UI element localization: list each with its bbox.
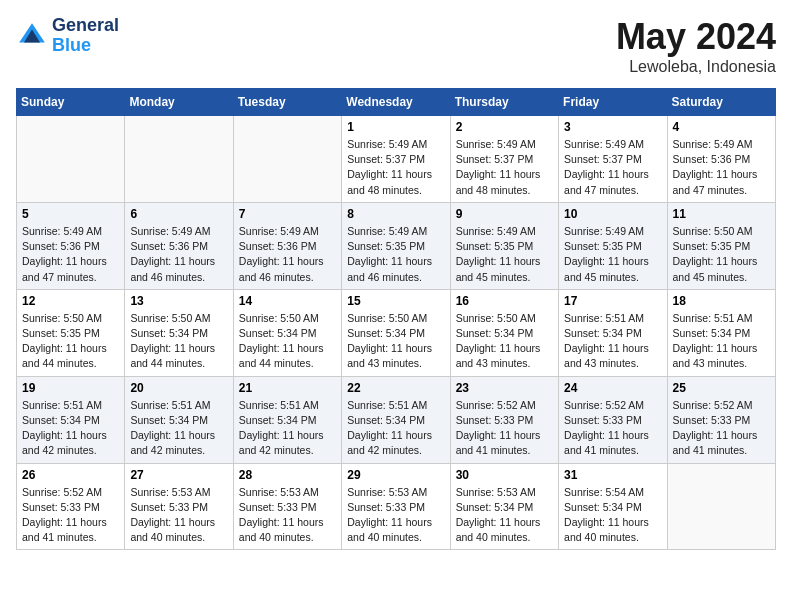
calendar-cell: 13Sunrise: 5:50 AMSunset: 5:34 PMDayligh… [125, 289, 233, 376]
day-number: 1 [347, 120, 444, 134]
calendar-cell: 9Sunrise: 5:49 AMSunset: 5:35 PMDaylight… [450, 202, 558, 289]
weekday-header-row: SundayMondayTuesdayWednesdayThursdayFrid… [17, 89, 776, 116]
day-info: Sunrise: 5:51 AMSunset: 5:34 PMDaylight:… [130, 398, 227, 459]
day-info: Sunrise: 5:51 AMSunset: 5:34 PMDaylight:… [564, 311, 661, 372]
day-info: Sunrise: 5:53 AMSunset: 5:34 PMDaylight:… [456, 485, 553, 546]
day-number: 22 [347, 381, 444, 395]
day-info: Sunrise: 5:50 AMSunset: 5:34 PMDaylight:… [130, 311, 227, 372]
day-info: Sunrise: 5:52 AMSunset: 5:33 PMDaylight:… [22, 485, 119, 546]
logo-icon [16, 20, 48, 52]
day-info: Sunrise: 5:52 AMSunset: 5:33 PMDaylight:… [564, 398, 661, 459]
day-info: Sunrise: 5:49 AMSunset: 5:36 PMDaylight:… [22, 224, 119, 285]
weekday-header: Monday [125, 89, 233, 116]
day-number: 24 [564, 381, 661, 395]
calendar-cell: 21Sunrise: 5:51 AMSunset: 5:34 PMDayligh… [233, 376, 341, 463]
day-number: 23 [456, 381, 553, 395]
calendar-cell: 31Sunrise: 5:54 AMSunset: 5:34 PMDayligh… [559, 463, 667, 550]
calendar-cell [125, 116, 233, 203]
calendar-cell: 20Sunrise: 5:51 AMSunset: 5:34 PMDayligh… [125, 376, 233, 463]
day-number: 10 [564, 207, 661, 221]
day-info: Sunrise: 5:49 AMSunset: 5:35 PMDaylight:… [456, 224, 553, 285]
day-info: Sunrise: 5:52 AMSunset: 5:33 PMDaylight:… [673, 398, 770, 459]
day-number: 3 [564, 120, 661, 134]
calendar-cell: 8Sunrise: 5:49 AMSunset: 5:35 PMDaylight… [342, 202, 450, 289]
day-info: Sunrise: 5:53 AMSunset: 5:33 PMDaylight:… [347, 485, 444, 546]
day-number: 2 [456, 120, 553, 134]
logo-text: General Blue [52, 16, 119, 56]
calendar-cell [17, 116, 125, 203]
calendar-cell: 10Sunrise: 5:49 AMSunset: 5:35 PMDayligh… [559, 202, 667, 289]
calendar-cell: 18Sunrise: 5:51 AMSunset: 5:34 PMDayligh… [667, 289, 775, 376]
day-number: 28 [239, 468, 336, 482]
calendar-cell: 30Sunrise: 5:53 AMSunset: 5:34 PMDayligh… [450, 463, 558, 550]
day-number: 18 [673, 294, 770, 308]
day-number: 14 [239, 294, 336, 308]
day-info: Sunrise: 5:51 AMSunset: 5:34 PMDaylight:… [673, 311, 770, 372]
calendar-cell: 6Sunrise: 5:49 AMSunset: 5:36 PMDaylight… [125, 202, 233, 289]
weekday-header: Thursday [450, 89, 558, 116]
day-info: Sunrise: 5:50 AMSunset: 5:35 PMDaylight:… [22, 311, 119, 372]
calendar-cell: 7Sunrise: 5:49 AMSunset: 5:36 PMDaylight… [233, 202, 341, 289]
day-info: Sunrise: 5:49 AMSunset: 5:36 PMDaylight:… [239, 224, 336, 285]
day-number: 6 [130, 207, 227, 221]
day-number: 11 [673, 207, 770, 221]
calendar-cell: 22Sunrise: 5:51 AMSunset: 5:34 PMDayligh… [342, 376, 450, 463]
day-info: Sunrise: 5:51 AMSunset: 5:34 PMDaylight:… [22, 398, 119, 459]
day-number: 30 [456, 468, 553, 482]
day-info: Sunrise: 5:50 AMSunset: 5:35 PMDaylight:… [673, 224, 770, 285]
calendar-cell [233, 116, 341, 203]
day-number: 31 [564, 468, 661, 482]
calendar-cell: 11Sunrise: 5:50 AMSunset: 5:35 PMDayligh… [667, 202, 775, 289]
day-number: 15 [347, 294, 444, 308]
weekday-header: Wednesday [342, 89, 450, 116]
calendar-cell: 17Sunrise: 5:51 AMSunset: 5:34 PMDayligh… [559, 289, 667, 376]
day-number: 25 [673, 381, 770, 395]
calendar-cell: 5Sunrise: 5:49 AMSunset: 5:36 PMDaylight… [17, 202, 125, 289]
day-info: Sunrise: 5:49 AMSunset: 5:37 PMDaylight:… [564, 137, 661, 198]
day-number: 21 [239, 381, 336, 395]
calendar-cell: 27Sunrise: 5:53 AMSunset: 5:33 PMDayligh… [125, 463, 233, 550]
calendar-week-row: 12Sunrise: 5:50 AMSunset: 5:35 PMDayligh… [17, 289, 776, 376]
day-info: Sunrise: 5:49 AMSunset: 5:37 PMDaylight:… [347, 137, 444, 198]
calendar-cell [667, 463, 775, 550]
calendar-cell: 25Sunrise: 5:52 AMSunset: 5:33 PMDayligh… [667, 376, 775, 463]
day-number: 9 [456, 207, 553, 221]
day-info: Sunrise: 5:49 AMSunset: 5:35 PMDaylight:… [347, 224, 444, 285]
calendar-cell: 1Sunrise: 5:49 AMSunset: 5:37 PMDaylight… [342, 116, 450, 203]
day-info: Sunrise: 5:49 AMSunset: 5:36 PMDaylight:… [130, 224, 227, 285]
calendar-cell: 26Sunrise: 5:52 AMSunset: 5:33 PMDayligh… [17, 463, 125, 550]
calendar-cell: 3Sunrise: 5:49 AMSunset: 5:37 PMDaylight… [559, 116, 667, 203]
calendar-cell: 14Sunrise: 5:50 AMSunset: 5:34 PMDayligh… [233, 289, 341, 376]
page-header: General Blue May 2024 Lewoleba, Indonesi… [16, 16, 776, 76]
day-info: Sunrise: 5:49 AMSunset: 5:36 PMDaylight:… [673, 137, 770, 198]
day-info: Sunrise: 5:50 AMSunset: 5:34 PMDaylight:… [239, 311, 336, 372]
weekday-header: Saturday [667, 89, 775, 116]
calendar-week-row: 26Sunrise: 5:52 AMSunset: 5:33 PMDayligh… [17, 463, 776, 550]
day-number: 12 [22, 294, 119, 308]
calendar-cell: 29Sunrise: 5:53 AMSunset: 5:33 PMDayligh… [342, 463, 450, 550]
day-info: Sunrise: 5:50 AMSunset: 5:34 PMDaylight:… [347, 311, 444, 372]
weekday-header: Sunday [17, 89, 125, 116]
calendar-cell: 19Sunrise: 5:51 AMSunset: 5:34 PMDayligh… [17, 376, 125, 463]
location-title: Lewoleba, Indonesia [616, 58, 776, 76]
day-number: 27 [130, 468, 227, 482]
calendar-cell: 2Sunrise: 5:49 AMSunset: 5:37 PMDaylight… [450, 116, 558, 203]
weekday-header: Tuesday [233, 89, 341, 116]
day-info: Sunrise: 5:49 AMSunset: 5:37 PMDaylight:… [456, 137, 553, 198]
day-number: 16 [456, 294, 553, 308]
day-info: Sunrise: 5:54 AMSunset: 5:34 PMDaylight:… [564, 485, 661, 546]
day-number: 20 [130, 381, 227, 395]
day-info: Sunrise: 5:53 AMSunset: 5:33 PMDaylight:… [130, 485, 227, 546]
calendar-cell: 23Sunrise: 5:52 AMSunset: 5:33 PMDayligh… [450, 376, 558, 463]
calendar-week-row: 1Sunrise: 5:49 AMSunset: 5:37 PMDaylight… [17, 116, 776, 203]
calendar-cell: 12Sunrise: 5:50 AMSunset: 5:35 PMDayligh… [17, 289, 125, 376]
day-info: Sunrise: 5:51 AMSunset: 5:34 PMDaylight:… [347, 398, 444, 459]
day-info: Sunrise: 5:53 AMSunset: 5:33 PMDaylight:… [239, 485, 336, 546]
calendar-week-row: 5Sunrise: 5:49 AMSunset: 5:36 PMDaylight… [17, 202, 776, 289]
day-info: Sunrise: 5:50 AMSunset: 5:34 PMDaylight:… [456, 311, 553, 372]
day-number: 13 [130, 294, 227, 308]
day-number: 7 [239, 207, 336, 221]
calendar-cell: 24Sunrise: 5:52 AMSunset: 5:33 PMDayligh… [559, 376, 667, 463]
calendar-cell: 15Sunrise: 5:50 AMSunset: 5:34 PMDayligh… [342, 289, 450, 376]
day-number: 29 [347, 468, 444, 482]
